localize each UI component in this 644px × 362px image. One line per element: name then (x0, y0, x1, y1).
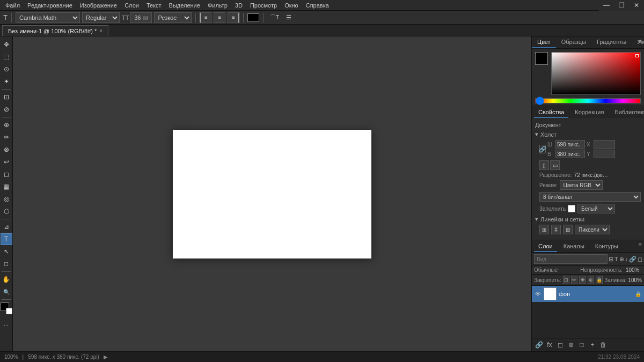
blur-tool-button[interactable]: ◎ (1, 193, 12, 205)
tab-channels[interactable]: Каналы (559, 241, 589, 252)
tab-libraries[interactable]: Библиотеки (610, 107, 644, 118)
character-panel-button[interactable]: ☰ (283, 12, 294, 23)
layer-adjustment-button[interactable]: ⊕ (566, 340, 576, 350)
color-mode-select[interactable]: Цвета RGB (560, 180, 603, 190)
tab-close-button[interactable]: × (99, 28, 103, 34)
tab-corrections[interactable]: Коррекция (570, 107, 608, 118)
tab-properties[interactable]: Свойства (534, 107, 568, 118)
rulers-icon-button[interactable]: ⊞ (539, 225, 549, 234)
tab-color[interactable]: Цвет (532, 36, 556, 48)
menu-image[interactable]: Изображение (77, 1, 120, 10)
menu-window[interactable]: Окно (281, 1, 302, 10)
eyedropper-tool-button[interactable]: ⊘ (1, 104, 12, 115)
color-gradient-picker[interactable] (551, 52, 641, 95)
font-style-select[interactable]: Regular (82, 12, 120, 23)
history-brush-button[interactable]: ↩ (1, 156, 12, 168)
rulers-section-header[interactable]: ▾ Линейки и сетки (535, 215, 641, 224)
shape-tool-button[interactable]: □ (1, 258, 12, 270)
canvas-width-input[interactable] (555, 140, 585, 149)
current-color-preview[interactable] (535, 52, 548, 65)
canvas-lock-button[interactable]: 🔗 (539, 145, 546, 153)
canvas-section-header[interactable]: ▾ Холст (535, 130, 641, 139)
tab-gradients[interactable]: Градиенты (591, 36, 632, 48)
layers-panel-options[interactable]: ≡ (639, 241, 642, 252)
rulers-units-select[interactable]: Пиксели (575, 225, 610, 234)
layers-kind-button[interactable]: T (614, 254, 618, 264)
layers-filter-button[interactable]: ⊞ (609, 254, 613, 264)
layer-item-background[interactable]: 👁 фон 🔒 (532, 286, 644, 302)
align-left-button[interactable]: ≡ (200, 12, 211, 23)
lasso-tool-button[interactable]: ⊙ (1, 63, 12, 75)
menu-3d[interactable]: 3D (232, 1, 246, 10)
clone-tool-button[interactable]: ⊗ (1, 144, 12, 156)
dodge-tool-button[interactable]: ⬡ (1, 205, 12, 217)
bit-depth-select[interactable]: 8 бит/канал (539, 192, 641, 202)
tab-swatches[interactable]: Образцы (556, 36, 591, 48)
document-tab[interactable]: Без имени-1 @ 100% (RGB/8#) * × (2, 25, 108, 36)
lock-position-button[interactable]: ⊡ (563, 276, 569, 284)
text-color-swatch[interactable] (247, 13, 259, 22)
layer-link-button[interactable]: 🔗 (534, 340, 544, 350)
layer-new-button[interactable]: + (588, 340, 597, 350)
align-center-button[interactable]: ≡ (214, 12, 225, 23)
lock-pixels-button[interactable]: ✏ (571, 276, 577, 284)
menu-select[interactable]: Выделение (166, 1, 203, 10)
landscape-button[interactable]: ▭ (550, 160, 560, 170)
warp-text-button[interactable]: ⌒T (267, 12, 281, 23)
extra-tools-button[interactable]: … (1, 317, 12, 329)
menu-filter[interactable]: Фильтр (204, 1, 231, 10)
text-tool-button[interactable]: T (1, 233, 12, 245)
marquee-tool-button[interactable]: ⬚ (1, 51, 12, 63)
pen-tool-button[interactable]: ⊿ (1, 221, 12, 233)
path-selection-button[interactable]: ↖ (1, 246, 12, 257)
minimize-button[interactable]: — (599, 0, 614, 11)
font-family-select[interactable]: Cambria Math (16, 12, 80, 23)
menu-view[interactable]: Просмотр (247, 1, 280, 10)
healing-tool-button[interactable]: ⊕ (1, 119, 12, 131)
layer-group-button[interactable]: □ (577, 340, 587, 350)
tab-layers[interactable]: Слои (534, 241, 557, 252)
background-color[interactable] (6, 308, 12, 314)
menu-text[interactable]: Текст (143, 1, 165, 10)
portrait-button[interactable]: ▯ (539, 160, 549, 170)
hand-tool-button[interactable]: ✋ (1, 274, 12, 285)
lock-move-button[interactable]: ✥ (579, 276, 586, 284)
menu-edit[interactable]: Редактирование (24, 1, 76, 10)
layers-linked-button[interactable]: 🔗 (629, 254, 636, 264)
layer-effect-button[interactable]: fx (545, 340, 554, 350)
brush-tool-button[interactable]: ✏ (1, 131, 12, 143)
layer-visibility-toggle[interactable]: 👁 (534, 290, 541, 298)
canvas-x-input[interactable] (594, 140, 615, 149)
document-section-header[interactable]: Документ (535, 120, 641, 130)
align-right-button[interactable]: ≡ (228, 12, 239, 23)
close-button[interactable]: ✕ (629, 0, 644, 11)
font-size-input[interactable] (130, 12, 152, 23)
status-arrow[interactable]: ▶ (104, 354, 108, 360)
crop-tool-button[interactable]: ⊡ (1, 91, 12, 103)
layers-search-input[interactable] (534, 254, 608, 264)
menu-help[interactable]: Справка (303, 1, 332, 10)
layers-effect-button[interactable]: ↓ (625, 254, 628, 264)
restore-button[interactable]: ❐ (614, 0, 629, 11)
color-panel-options[interactable]: ≡ (639, 38, 642, 45)
document-canvas[interactable] (173, 130, 371, 258)
layers-clipping-button[interactable]: ◻ (638, 254, 642, 264)
canvas-height-input[interactable] (555, 150, 585, 158)
lock-all-button[interactable]: 🔒 (596, 276, 603, 284)
tab-patterns[interactable]: Узоры (632, 36, 644, 48)
menu-layers[interactable]: Слои (121, 1, 142, 10)
canvas-y-input[interactable] (594, 150, 615, 158)
quick-select-tool-button[interactable]: ✦ (1, 76, 12, 87)
eraser-tool-button[interactable]: ◻ (1, 168, 12, 180)
zoom-tool-button[interactable]: 🔍 (1, 286, 12, 298)
lock-artboard-button[interactable]: ⊕ (588, 276, 594, 284)
fill-select[interactable]: Белый (577, 204, 615, 213)
menu-file[interactable]: Файл (2, 1, 23, 10)
grid-icon-button[interactable]: # (551, 225, 561, 234)
layers-adjustment-button[interactable]: ⊕ (619, 254, 624, 264)
layer-delete-button[interactable]: 🗑 (598, 340, 608, 350)
canvas-area[interactable] (13, 36, 531, 351)
layer-mask-button[interactable]: ◻ (555, 340, 565, 350)
gradient-tool-button[interactable]: ▦ (1, 181, 12, 193)
move-tool-button[interactable]: ✥ (1, 39, 12, 50)
